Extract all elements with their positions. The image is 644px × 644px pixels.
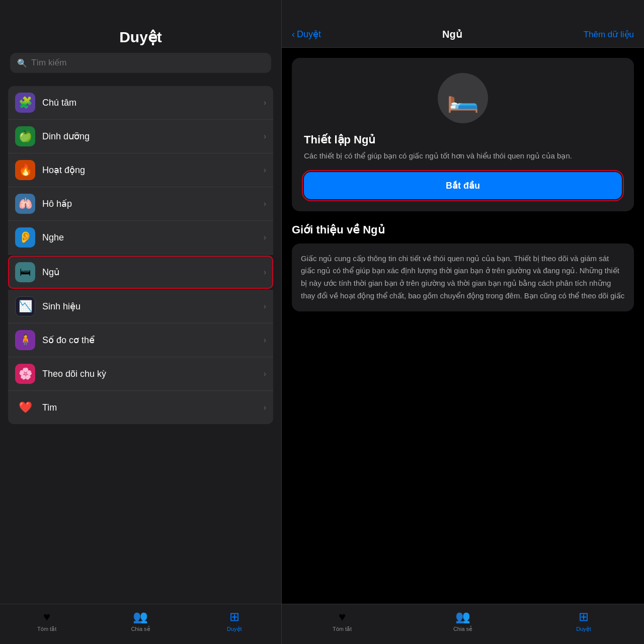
menu-item-nghe[interactable]: 👂 Nghe › bbox=[8, 221, 273, 255]
tomtat-tab-label: Tóm tắt bbox=[37, 626, 56, 632]
chevron-right-icon: › bbox=[264, 132, 266, 141]
chevron-right-icon: › bbox=[264, 302, 266, 311]
sodocthe-icon: 🧍 bbox=[15, 330, 35, 350]
menu-item-dinhdung[interactable]: 🍏 Dinh dưỡng › bbox=[8, 120, 273, 153]
menu-list: 🧩 Chú tâm › 🍏 Dinh dưỡng › 🔥 Hoạt động ›… bbox=[0, 80, 281, 604]
right-tomtat-tab-icon: ♥ bbox=[339, 610, 346, 624]
menu-item-chutam[interactable]: 🧩 Chú tâm › bbox=[8, 86, 273, 120]
tim-icon: ❤️ bbox=[15, 397, 35, 418]
chevron-left-icon: ‹ bbox=[292, 29, 295, 40]
left-tab-bar: ♥ Tóm tắt 👥 Chia sẻ ⊞ Duyệt bbox=[0, 604, 281, 644]
left-header: Duyệt 🔍 bbox=[0, 0, 281, 80]
duyet-tab-label: Duyệt bbox=[227, 626, 242, 632]
nghe-label: Nghe bbox=[42, 232, 264, 243]
menu-item-theodoi[interactable]: 🌸 Theo dõi chu kỳ › bbox=[8, 357, 273, 391]
duyet-tab-icon: ⊞ bbox=[229, 610, 239, 624]
intro-card: Giấc ngủ cung cấp thông tin chi tiết về … bbox=[292, 244, 634, 311]
add-data-button[interactable]: Thêm dữ liệu bbox=[584, 29, 634, 40]
right-duyet-tab-label: Duyệt bbox=[576, 626, 591, 632]
left-panel: Duyệt 🔍 🧩 Chú tâm › 🍏 Dinh dưỡng › 🔥 Hoạ… bbox=[0, 0, 282, 644]
menu-item-ngu[interactable]: 🛏 Ngủ › bbox=[8, 256, 273, 289]
menu-item-hoadong[interactable]: 🔥 Hoạt động › bbox=[8, 153, 273, 187]
ngu-icon: 🛏 bbox=[15, 262, 35, 282]
sleep-setup-card: 🛏️ Thiết lập Ngủ Các thiết bị có thể giú… bbox=[292, 58, 634, 211]
tim-label: Tim bbox=[42, 403, 264, 413]
sleep-icon: 🛏️ bbox=[438, 73, 488, 123]
chevron-right-icon: › bbox=[264, 98, 266, 107]
chutam-icon: 🧩 bbox=[15, 93, 35, 113]
chevron-right-icon: › bbox=[264, 336, 266, 345]
theodoi-label: Theo dõi chu kỳ bbox=[42, 369, 264, 379]
right-content: 🛏️ Thiết lập Ngủ Các thiết bị có thể giú… bbox=[282, 48, 644, 604]
chevron-right-icon: › bbox=[264, 166, 266, 175]
sleep-setup-description: Các thiết bị có thể giúp bạn có giấc ngủ… bbox=[304, 150, 572, 162]
hoadong-icon: 🔥 bbox=[15, 160, 35, 180]
back-button[interactable]: ‹ Duyệt bbox=[292, 29, 321, 40]
dinhdung-icon: 🍏 bbox=[15, 126, 35, 146]
search-input[interactable] bbox=[31, 58, 264, 68]
right-tab-chiase[interactable]: 👥 Chia sẻ bbox=[443, 610, 483, 632]
right-header: ‹ Duyệt Ngủ Thêm dữ liệu bbox=[282, 0, 644, 48]
search-icon: 🔍 bbox=[17, 58, 27, 68]
right-title: Ngủ bbox=[442, 28, 462, 40]
left-tab-chiase[interactable]: 👥 Chia sẻ bbox=[120, 610, 160, 632]
back-label: Duyệt bbox=[297, 29, 321, 40]
menu-item-sodocthe[interactable]: 🧍 Số đo cơ thể › bbox=[8, 324, 273, 357]
bat-dau-button[interactable]: Bắt đầu bbox=[304, 172, 622, 199]
intro-text: Giấc ngủ cung cấp thông tin chi tiết về … bbox=[301, 253, 625, 302]
theodoi-icon: 🌸 bbox=[15, 364, 35, 384]
dinhdung-label: Dinh dưỡng bbox=[42, 131, 264, 142]
sodocthe-label: Số đo cơ thể bbox=[42, 335, 264, 346]
chiase-tab-label: Chia sẻ bbox=[131, 626, 150, 632]
intro-title: Giới thiệu về Ngủ bbox=[292, 223, 634, 236]
hohap-label: Hô hấp bbox=[42, 198, 264, 209]
right-tab-tomtat[interactable]: ♥ Tóm tắt bbox=[322, 610, 362, 632]
left-tab-duyet[interactable]: ⊞ Duyệt bbox=[214, 610, 255, 632]
chevron-right-icon: › bbox=[264, 268, 266, 277]
menu-item-tim[interactable]: ❤️ Tim › bbox=[8, 391, 273, 424]
chevron-right-icon: › bbox=[264, 199, 266, 208]
right-tab-duyet[interactable]: ⊞ Duyệt bbox=[564, 610, 604, 632]
right-tab-bar: ♥ Tóm tắt 👥 Chia sẻ ⊞ Duyệt bbox=[282, 604, 644, 644]
left-tab-tomtat[interactable]: ♥ Tóm tắt bbox=[27, 610, 67, 632]
chevron-right-icon: › bbox=[264, 369, 266, 378]
chevron-right-icon: › bbox=[264, 233, 266, 242]
sinhhieu-icon: 📉 bbox=[15, 296, 35, 316]
right-chiase-tab-label: Chia sẻ bbox=[453, 626, 472, 632]
right-panel: ‹ Duyệt Ngủ Thêm dữ liệu 🛏️ Thiết lập Ng… bbox=[282, 0, 644, 644]
right-tomtat-tab-label: Tóm tắt bbox=[333, 626, 352, 632]
sinhhieu-label: Sinh hiệu bbox=[42, 301, 264, 312]
menu-item-hohap[interactable]: 🫁 Hô hấp › bbox=[8, 187, 273, 221]
chutam-label: Chú tâm bbox=[42, 98, 264, 108]
search-bar[interactable]: 🔍 bbox=[10, 53, 271, 73]
left-title: Duyệt bbox=[10, 28, 271, 46]
hohap-icon: 🫁 bbox=[15, 194, 35, 214]
hoadong-label: Hoạt động bbox=[42, 165, 264, 176]
chiase-tab-icon: 👥 bbox=[133, 610, 148, 624]
sleep-setup-title: Thiết lập Ngủ bbox=[304, 133, 375, 146]
menu-item-sinhhieu[interactable]: 📉 Sinh hiệu › bbox=[8, 290, 273, 324]
chevron-right-icon: › bbox=[264, 403, 266, 412]
right-duyet-tab-icon: ⊞ bbox=[579, 610, 589, 624]
tomtat-tab-icon: ♥ bbox=[43, 610, 50, 624]
ngu-label: Ngủ bbox=[42, 267, 264, 278]
intro-section: Giới thiệu về Ngủ Giấc ngủ cung cấp thôn… bbox=[292, 223, 634, 311]
nghe-icon: 👂 bbox=[15, 227, 35, 248]
right-chiase-tab-icon: 👥 bbox=[455, 610, 470, 624]
